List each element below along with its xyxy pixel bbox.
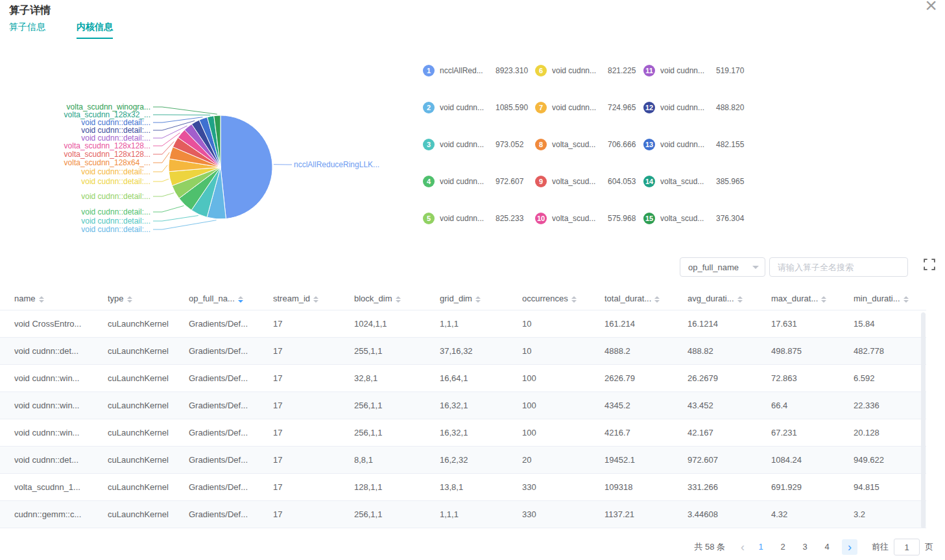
sort-icon[interactable]: [396, 296, 401, 303]
legend-rank-badge: 15: [643, 213, 655, 224]
next-page-icon[interactable]: ›: [842, 539, 857, 555]
pie-label-line: [153, 179, 169, 181]
page-number-3[interactable]: 3: [794, 539, 816, 555]
column-header-min_durati[interactable]: min_durati...: [850, 287, 926, 310]
column-header-block_dim[interactable]: block_dim: [350, 287, 436, 310]
legend-value: 1085.590: [496, 103, 528, 112]
table-cell: void CrossEntro...: [0, 310, 104, 338]
sort-icon[interactable]: [238, 296, 243, 303]
table-row[interactable]: void cudnn::win...cuLaunchKernelGradient…: [0, 392, 926, 419]
legend-name: void cudnn...: [660, 103, 711, 112]
legend-rank-badge: 7: [535, 102, 547, 113]
table-row[interactable]: void CrossEntro...cuLaunchKernelGradient…: [0, 310, 926, 338]
column-label: min_durati...: [854, 294, 900, 303]
tab-operator-info[interactable]: 算子信息: [9, 21, 45, 39]
table-cell: 498.875: [767, 338, 850, 365]
table-cell: 488.82: [684, 338, 767, 365]
column-header-op_full_na[interactable]: op_full_na...: [185, 287, 269, 310]
legend-item-rank-13[interactable]: 13void cudnn...482.155: [643, 138, 754, 151]
sort-icon[interactable]: [737, 296, 743, 303]
table-cell: 4216.7: [601, 419, 684, 447]
sort-icon[interactable]: [821, 296, 826, 303]
table-cell: 16,32,1: [436, 419, 518, 447]
legend-item-rank-11[interactable]: 11void cudnn...519.170: [643, 64, 754, 77]
legend-item-rank-15[interactable]: 15volta_scud...376.304: [643, 212, 754, 225]
legend-item-rank-10[interactable]: 10volta_scud...575.968: [535, 212, 643, 225]
table-cell: Gradients/Def...: [185, 474, 269, 501]
column-header-grid_dim[interactable]: grid_dim: [436, 287, 518, 310]
table-cell: 256,1,1: [350, 501, 436, 528]
table-row[interactable]: void cudnn::win...cuLaunchKernelGradient…: [0, 419, 926, 447]
legend-item-rank-8[interactable]: 8volta_scud...706.666: [535, 138, 643, 151]
sort-icon[interactable]: [313, 296, 318, 303]
pie-slice-label: void cudnn::detail:...: [81, 177, 150, 186]
pie-slice-rank-1[interactable]: [221, 115, 272, 219]
column-header-type[interactable]: type: [104, 287, 185, 310]
column-header-avg_durati[interactable]: avg_durati...: [684, 287, 767, 310]
column-header-total_durat[interactable]: total_durat...: [601, 287, 684, 310]
sort-icon[interactable]: [475, 296, 481, 303]
legend-item-rank-1[interactable]: 1ncclAllRed...8923.310: [423, 64, 535, 77]
legend-name: void cudnn...: [552, 103, 603, 112]
close-icon[interactable]: ×: [925, 0, 937, 16]
pie-slice-label: void cudnn::detail:...: [81, 225, 150, 234]
table-cell: 3.2: [850, 501, 926, 528]
legend-item-rank-4[interactable]: 4void cudnn...972.607: [423, 175, 535, 188]
table-row[interactable]: void cudnn::det...cuLaunchKernelGradient…: [0, 447, 926, 474]
table-cell: 20: [518, 447, 601, 474]
table-row[interactable]: volta_scudnn_1...cuLaunchKernelGradients…: [0, 474, 926, 501]
table-cell: 72.863: [767, 365, 850, 392]
legend-item-rank-12[interactable]: 12void cudnn...488.820: [643, 101, 754, 114]
table-cell: cuLaunchKernel: [104, 338, 185, 365]
table-cell: 16,2,32: [436, 447, 518, 474]
table-row[interactable]: cudnn::gemm::c...cuLaunchKernelGradients…: [0, 501, 926, 528]
search-input[interactable]: [769, 257, 908, 277]
table-cell: 4345.2: [601, 392, 684, 419]
column-header-max_durat[interactable]: max_durat...: [767, 287, 850, 310]
column-header-stream_id[interactable]: stream_id: [269, 287, 350, 310]
page-number-4[interactable]: 4: [816, 539, 838, 555]
legend-rank-badge: 5: [423, 213, 435, 224]
column-header-name[interactable]: name: [0, 287, 104, 310]
legend-rank-badge: 12: [643, 102, 655, 113]
legend-item-rank-6[interactable]: 6void cudnn...821.225: [535, 64, 643, 77]
legend-rank-badge: 2: [423, 102, 435, 113]
legend-item-rank-3[interactable]: 3void cudnn...973.052: [423, 138, 535, 151]
fullscreen-icon[interactable]: [924, 259, 935, 270]
legend-item-rank-5[interactable]: 5void cudnn...825.233: [423, 212, 535, 225]
legend-value: 519.170: [716, 66, 744, 75]
table-cell: 2626.79: [601, 365, 684, 392]
goto-page-input[interactable]: [894, 539, 920, 555]
table-cell: Gradients/Def...: [185, 419, 269, 447]
legend-item-rank-9[interactable]: 9volta_scud...604.053: [535, 175, 643, 188]
sort-icon[interactable]: [571, 296, 577, 303]
table-row[interactable]: void cudnn::det...cuLaunchKernelGradient…: [0, 338, 926, 365]
sort-icon[interactable]: [903, 296, 909, 303]
page-number-1[interactable]: 1: [750, 539, 772, 555]
table-cell: 37,16,32: [436, 338, 518, 365]
table-cell: 161.214: [601, 310, 684, 338]
legend-item-rank-2[interactable]: 2void cudnn...1085.590: [423, 101, 535, 114]
legend-item-rank-14[interactable]: 14volta_scud...385.965: [643, 175, 754, 188]
legend-item-rank-7[interactable]: 7void cudnn...724.965: [535, 101, 643, 114]
table-cell: 4888.2: [601, 338, 684, 365]
table-cell: 100: [518, 392, 601, 419]
pie-legend: 1ncclAllRed...8923.3102void cudnn...1085…: [423, 64, 754, 249]
legend-rank-badge: 6: [535, 65, 547, 76]
page-number-2[interactable]: 2: [772, 539, 794, 555]
prev-page-icon[interactable]: ‹: [741, 541, 745, 553]
search-field-select[interactable]: op_full_name: [680, 257, 765, 277]
sort-icon[interactable]: [654, 296, 660, 303]
table-scrollbar[interactable]: [921, 312, 926, 528]
pie-label-line: [153, 193, 174, 196]
legend-value: 972.607: [496, 177, 523, 186]
table-cell: Gradients/Def...: [185, 365, 269, 392]
tab-kernel-info[interactable]: 内核信息: [77, 21, 113, 39]
sort-icon[interactable]: [127, 296, 132, 303]
table-row[interactable]: void cudnn::win...cuLaunchKernelGradient…: [0, 365, 926, 392]
column-header-occurrences[interactable]: occurrences: [518, 287, 601, 310]
sort-icon[interactable]: [39, 296, 44, 303]
table-cell: 109318: [601, 474, 684, 501]
pie-slice-label: ncclAllReduceRingLLK...: [294, 160, 379, 169]
table-cell: 1137.21: [601, 501, 684, 528]
